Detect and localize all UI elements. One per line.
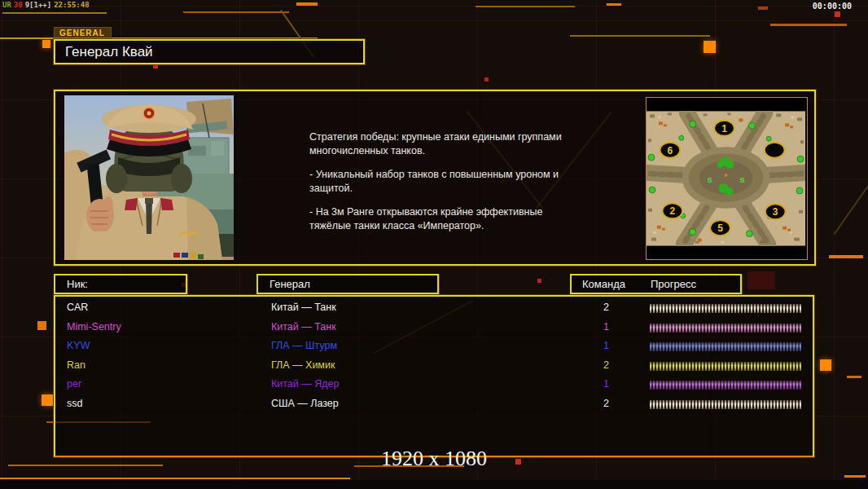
column-header-nick: Ник: [54, 274, 187, 294]
general-header-label: Генерал [270, 278, 310, 290]
general-name: Генерал Квай [65, 44, 153, 59]
decor-line [770, 24, 847, 26]
decor-square [704, 41, 716, 53]
strategy-paragraph: - На 3м Ранге открываются крайне эффекти… [309, 205, 578, 232]
decor-line [183, 11, 289, 13]
player-general: Китай — Танк [271, 321, 336, 333]
start-position-number: 1 [721, 123, 727, 134]
table-row: ssdСША — Лазер2 [55, 395, 813, 415]
start-position-number: 2 [670, 205, 676, 217]
progress-bar-track [650, 400, 801, 409]
strategy-paragraph: Стратегия победы: крупные атаки едиными … [309, 130, 578, 157]
svg-text:S: S [739, 176, 744, 184]
decor-square [42, 40, 50, 48]
start-position-marker [765, 143, 785, 158]
progress-bar-track [650, 304, 801, 313]
player-general: ГЛА — Химик [271, 359, 335, 371]
resolution-label: 1920 x 1080 [326, 447, 542, 471]
match-timer: 00:00:00 [813, 2, 852, 11]
player-team: 1 [576, 378, 609, 390]
decor-line [2, 12, 107, 14]
decor-square [537, 279, 541, 283]
decor-square [42, 394, 53, 406]
table-row: Mimi-SentryКитай — Танк1 [55, 319, 813, 338]
decor-square [747, 271, 775, 289]
table-row: KYWГЛА — Штурм1 [55, 337, 813, 357]
minimap-art: S S 16235 [647, 111, 805, 246]
stats-segment: UR [2, 1, 11, 9]
decor-line [570, 35, 710, 37]
progress-bar [650, 362, 801, 371]
player-general: США — Лазер [271, 398, 339, 409]
strategy-text: Стратегия победы: крупные атаки едиными … [309, 130, 578, 243]
portrait-art [64, 95, 234, 260]
player-general: Китай — Ядер [271, 378, 339, 390]
player-team: 1 [576, 321, 609, 333]
progress-bar [650, 342, 801, 351]
team-header-label: Команда [582, 275, 625, 293]
table-row: CARКитай — Танк2 [55, 299, 813, 319]
start-position-number: 3 [773, 206, 778, 218]
progress-header-label: Прогресс [651, 275, 696, 293]
player-general: Китай — Танк [271, 302, 336, 313]
decor-line [844, 475, 866, 478]
progress-bar [650, 381, 801, 390]
decor-line [8, 465, 163, 466]
general-name-box: Генерал Квай [54, 39, 365, 64]
player-nick: per [67, 378, 81, 390]
stats-overlay: UR309[1++]22:55:48 [2, 1, 92, 9]
general-tag: GENERAL [54, 27, 112, 40]
player-nick: KYW [67, 340, 90, 351]
column-header-team-progress: Команда Прогресс [570, 274, 742, 294]
column-header-general: Генерал [256, 274, 439, 294]
loading-screen: UR309[1++]22:55:48 00:00:00 GENERAL Гене… [0, 0, 868, 489]
decor-line [476, 6, 575, 7]
minimap: S S 16235 [646, 97, 808, 260]
player-nick: CAR [67, 302, 88, 313]
progress-bar [650, 324, 801, 333]
players-table: CARКитай — Танк2Mimi-SentryКитай — Танк1… [54, 295, 814, 457]
general-portrait [64, 95, 234, 260]
decor-line [296, 2, 318, 6]
player-nick: ssd [67, 398, 82, 409]
decor-line [847, 376, 861, 378]
player-team: 2 [576, 359, 609, 371]
decor-diagonal [833, 174, 868, 236]
progress-bar [650, 304, 801, 313]
progress-bar-track [650, 362, 801, 371]
decor-square [835, 11, 840, 17]
player-team: 1 [576, 340, 609, 351]
progress-bar-track [650, 342, 801, 351]
stats-segment: 22:55:48 [54, 1, 89, 9]
svg-text:S: S [708, 176, 712, 184]
decor-line [758, 7, 768, 10]
decor-line [607, 3, 621, 6]
nick-header-label: Ник: [67, 278, 88, 290]
player-general: ГЛА — Штурм [271, 340, 337, 351]
progress-bar [650, 400, 801, 409]
stats-segment: 30 [14, 1, 23, 9]
decor-line [829, 255, 863, 258]
general-info-panel: Стратегия победы: крупные атаки едиными … [54, 90, 816, 266]
decor-square [37, 321, 46, 330]
decor-square [820, 359, 831, 371]
progress-bar-track [650, 324, 801, 333]
player-team: 2 [576, 398, 609, 409]
decor-square [484, 77, 489, 82]
table-row: perКитай — Ядер1 [55, 376, 813, 395]
progress-bar-track [650, 381, 801, 390]
start-position-number: 5 [717, 222, 723, 234]
player-nick: Ran [67, 359, 85, 371]
player-nick: Mimi-Sentry [67, 321, 121, 333]
player-team: 2 [576, 302, 609, 313]
stats-segment: 9[1++] [25, 1, 52, 9]
table-row: RanГЛА — Химик2 [55, 357, 813, 377]
decor-line [0, 478, 350, 479]
start-position-number: 6 [668, 145, 673, 156]
bottom-band [0, 480, 868, 489]
strategy-paragraph: - Уникальный набор танков с повышенным у… [309, 168, 578, 195]
